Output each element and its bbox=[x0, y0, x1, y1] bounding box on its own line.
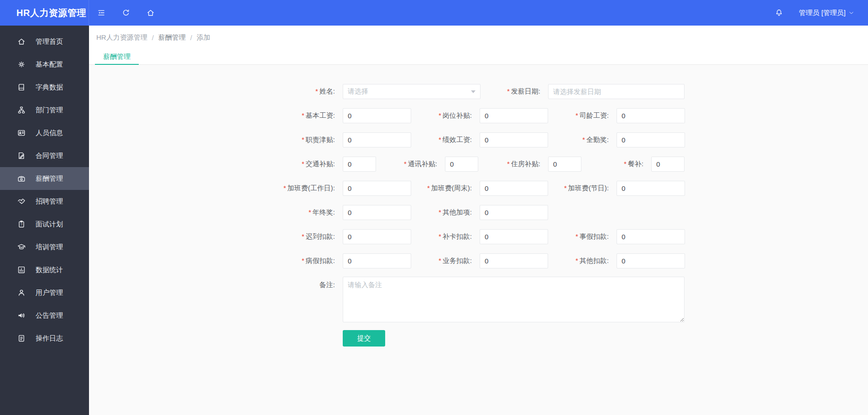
required-asterisk: * bbox=[302, 111, 304, 119]
sidebar-item-6[interactable]: 薪酬管理 bbox=[0, 167, 89, 190]
amount-input[interactable] bbox=[480, 205, 548, 220]
sidebar-item-label: 基本配置 bbox=[36, 60, 63, 69]
chart-icon bbox=[17, 266, 26, 274]
book-icon bbox=[17, 83, 26, 91]
topbar-right: 管理员 [管理员] bbox=[775, 9, 868, 17]
submit-button[interactable]: 提交 bbox=[343, 330, 385, 347]
amount-input[interactable] bbox=[651, 157, 685, 172]
required-asterisk: * bbox=[309, 208, 311, 216]
field-label: *年终奖: bbox=[251, 208, 343, 217]
required-asterisk: * bbox=[439, 232, 441, 240]
required-asterisk: * bbox=[507, 87, 510, 95]
amount-input[interactable] bbox=[617, 229, 685, 244]
required-asterisk: * bbox=[439, 208, 441, 216]
sidebar-item-0[interactable]: 管理首页 bbox=[0, 30, 89, 53]
field-label: *餐补: bbox=[560, 160, 651, 168]
sidebar: 管理首页基本配置字典数据部门管理人员信息合同管理薪酬管理招聘管理?面试计划培训管… bbox=[0, 26, 89, 415]
sidebar-item-8[interactable]: ?面试计划 bbox=[0, 213, 89, 236]
sidebar-item-label: 薪酬管理 bbox=[36, 174, 63, 183]
form-row: *交通补贴:*通讯补贴:*住房补贴:*餐补: bbox=[89, 152, 868, 176]
user-menu[interactable]: 管理员 [管理员] bbox=[799, 9, 854, 17]
form-field: *职责津贴: bbox=[251, 128, 411, 152]
amount-input[interactable] bbox=[617, 253, 685, 268]
required-asterisk: * bbox=[575, 111, 578, 119]
field-label: *事假扣款: bbox=[525, 232, 617, 241]
sidebar-item-label: 管理首页 bbox=[36, 37, 63, 46]
form-field: *其他扣款: bbox=[525, 249, 685, 273]
sidebar-item-10[interactable]: 数据统计 bbox=[0, 258, 89, 281]
required-asterisk: * bbox=[439, 257, 441, 264]
home-icon bbox=[17, 37, 26, 46]
form-row: *基本工资:*岗位补贴:*司龄工资: bbox=[89, 104, 868, 128]
form-field: *事假扣款: bbox=[525, 225, 685, 249]
app-title: HR人力资源管理 bbox=[0, 0, 89, 26]
tab-bar: 薪酬管理 bbox=[89, 49, 868, 65]
field-label: *通讯补贴: bbox=[354, 160, 445, 168]
remark-row: 备注: bbox=[89, 277, 868, 322]
field-label: *病假扣款: bbox=[251, 257, 343, 265]
menu-fold-icon[interactable] bbox=[97, 9, 105, 17]
sidebar-item-12[interactable]: 公告管理 bbox=[0, 304, 89, 327]
sidebar-item-3[interactable]: 部门管理 bbox=[0, 99, 89, 121]
required-asterisk: * bbox=[302, 257, 304, 264]
gear-icon bbox=[17, 60, 26, 68]
field-label: *加班费(工作日): bbox=[251, 184, 343, 193]
contract-icon bbox=[17, 152, 26, 160]
form-field: *司龄工资: bbox=[525, 104, 685, 128]
required-asterisk: * bbox=[575, 232, 578, 240]
form-field: *加班费(周末): bbox=[388, 176, 548, 200]
interview-icon: ? bbox=[17, 220, 26, 228]
required-asterisk: * bbox=[575, 257, 578, 264]
svg-text:?: ? bbox=[21, 223, 22, 226]
form-field: *迟到扣款: bbox=[251, 225, 411, 249]
announcement-icon bbox=[17, 311, 26, 320]
form-row: *职责津贴:*绩效工资:*全勤奖: bbox=[89, 128, 868, 152]
sidebar-item-label: 合同管理 bbox=[36, 152, 63, 160]
org-chart-icon bbox=[17, 106, 26, 114]
field-label: *姓名: bbox=[251, 87, 343, 96]
topbar: HR人力资源管理 管理员 [管理员] bbox=[0, 0, 868, 26]
sidebar-item-label: 部门管理 bbox=[36, 106, 63, 115]
sidebar-item-11[interactable]: 用户管理 bbox=[0, 281, 89, 304]
breadcrumb-separator: / bbox=[190, 34, 192, 42]
amount-input[interactable] bbox=[617, 108, 685, 123]
form-field: *餐补: bbox=[560, 152, 685, 176]
field-label: *迟到扣款: bbox=[251, 232, 343, 241]
required-asterisk: * bbox=[427, 184, 430, 192]
required-asterisk: * bbox=[624, 160, 627, 168]
user-icon bbox=[17, 289, 26, 297]
sidebar-item-label: 招聘管理 bbox=[36, 197, 63, 206]
home-icon[interactable] bbox=[146, 9, 155, 17]
sidebar-item-label: 人员信息 bbox=[36, 129, 63, 137]
breadcrumb-item[interactable]: 薪酬管理 bbox=[158, 33, 186, 42]
money-icon bbox=[17, 174, 26, 183]
sidebar-item-label: 字典数据 bbox=[36, 83, 63, 92]
remark-field: 备注: bbox=[251, 277, 685, 322]
sidebar-item-7[interactable]: 招聘管理 bbox=[0, 190, 89, 213]
remark-textarea[interactable] bbox=[343, 277, 685, 322]
sidebar-item-4[interactable]: 人员信息 bbox=[0, 121, 89, 144]
form-field: *加班费(节日): bbox=[525, 176, 685, 200]
required-asterisk: * bbox=[404, 160, 407, 168]
required-asterisk: * bbox=[582, 136, 585, 143]
sidebar-item-5[interactable]: 合同管理 bbox=[0, 144, 89, 167]
field-label: *全勤奖: bbox=[525, 136, 617, 144]
refresh-icon[interactable] bbox=[122, 9, 130, 17]
sidebar-item-2[interactable]: 字典数据 bbox=[0, 76, 89, 99]
sidebar-item-label: 培训管理 bbox=[36, 243, 63, 252]
sidebar-item-1[interactable]: 基本配置 bbox=[0, 53, 89, 76]
sidebar-item-13[interactable]: 操作日志 bbox=[0, 327, 89, 350]
amount-input[interactable] bbox=[617, 181, 685, 196]
handshake-icon bbox=[17, 197, 26, 205]
tab-salary-management[interactable]: 薪酬管理 bbox=[95, 49, 139, 65]
sidebar-item-9[interactable]: 培训管理 bbox=[0, 236, 89, 258]
submit-row: 提交 bbox=[89, 330, 868, 347]
breadcrumb-item[interactable]: HR人力资源管理 bbox=[96, 33, 147, 42]
bell-icon[interactable] bbox=[775, 9, 783, 17]
required-asterisk: * bbox=[507, 160, 510, 168]
amount-input[interactable] bbox=[617, 132, 685, 147]
form-field: *岗位补贴: bbox=[388, 104, 548, 128]
pay-date-input[interactable] bbox=[548, 84, 685, 99]
field-label: *基本工资: bbox=[251, 111, 343, 120]
field-label: *岗位补贴: bbox=[388, 111, 480, 120]
